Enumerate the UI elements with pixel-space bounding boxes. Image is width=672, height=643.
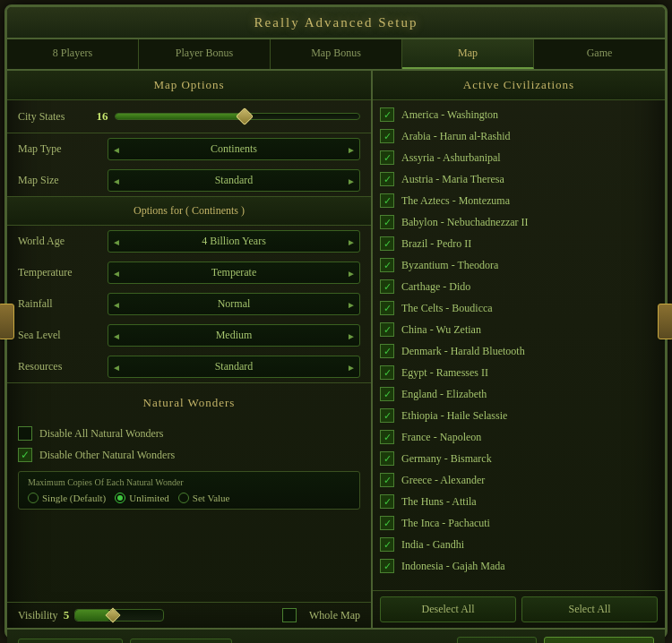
tab-game[interactable]: Game <box>534 39 665 69</box>
civ-item[interactable]: Denmark - Harald Bluetooth <box>373 340 665 362</box>
civ-checkbox[interactable] <box>380 430 394 444</box>
civ-item[interactable]: England - Elizabeth <box>373 383 665 405</box>
unlimited-radio-option[interactable]: Unlimited <box>115 493 169 503</box>
civ-name: Ethiopia - Haile Selassie <box>401 409 507 423</box>
tab-player-bonus[interactable]: Player Bonus <box>139 39 271 69</box>
civ-name: France - Napoleon <box>401 431 481 444</box>
civ-checkbox[interactable] <box>380 344 394 358</box>
civ-name: Germany - Bismarck <box>401 452 492 466</box>
back-button[interactable]: Back <box>457 637 537 643</box>
visibility-label: Visibility <box>18 609 58 622</box>
visibility-slider[interactable] <box>74 609 164 622</box>
civ-checkbox[interactable] <box>380 365 394 380</box>
civ-checkbox[interactable] <box>380 322 394 337</box>
civ-checkbox[interactable] <box>380 107 394 122</box>
select-all-button[interactable]: Select All <box>521 596 658 622</box>
civ-item[interactable]: Egypt - Ramesses II <box>373 362 665 383</box>
tab-bar: 8 Players Player Bonus Map Bonus Map Gam… <box>7 39 665 71</box>
map-size-value[interactable]: Standard <box>108 169 360 192</box>
civ-checkbox[interactable] <box>380 387 394 401</box>
tab-map[interactable]: Map <box>402 39 534 69</box>
bottom-bar: Reset ALL Panels Reset This Panel Back S… <box>7 628 665 643</box>
civ-item[interactable]: Brazil - Pedro II <box>373 233 665 254</box>
world-age-value[interactable]: 4 Billion Years <box>108 230 360 253</box>
civ-checkbox[interactable] <box>380 537 394 552</box>
single-label: Single (Default) <box>42 493 106 503</box>
civ-checkbox[interactable] <box>380 451 394 466</box>
unlimited-radio-btn[interactable] <box>115 493 125 503</box>
reset-this-button[interactable]: Reset This Panel <box>130 639 232 643</box>
resources-value[interactable]: Standard <box>108 356 360 378</box>
whole-map-label: Whole Map <box>309 609 360 622</box>
civ-item[interactable]: Ethiopia - Haile Selassie <box>373 405 665 426</box>
disable-other-checkbox[interactable] <box>18 448 32 462</box>
civ-item[interactable]: China - Wu Zetian <box>373 319 665 340</box>
civ-checkbox[interactable] <box>380 473 394 487</box>
civ-item[interactable]: The Aztecs - Montezuma <box>373 190 665 211</box>
map-type-value[interactable]: Continents <box>108 138 360 160</box>
civ-checkbox[interactable] <box>380 279 394 294</box>
civ-item[interactable]: Byzantium - Theodora <box>373 254 665 276</box>
whole-map-checkbox[interactable] <box>282 608 297 622</box>
civ-name: Brazil - Pedro II <box>401 237 471 251</box>
civ-checkbox[interactable] <box>380 215 394 229</box>
city-states-slider[interactable] <box>115 108 360 124</box>
civ-checkbox[interactable] <box>380 236 394 251</box>
civ-item[interactable]: The Huns - Attila <box>373 491 665 512</box>
tab-map-bonus[interactable]: Map Bonus <box>271 39 402 69</box>
unlimited-label: Unlimited <box>129 493 169 503</box>
civ-item[interactable]: The Inca - Pachacuti <box>373 512 665 534</box>
disable-all-wonders-option[interactable]: Disable All Natural Wonders <box>18 423 360 444</box>
copies-options: Single (Default) Unlimited Set Value <box>28 493 350 503</box>
civ-item[interactable]: The Celts - Boudicca <box>373 297 665 319</box>
civ-item[interactable]: America - Washington <box>373 104 665 125</box>
civ-item[interactable]: India - Gandhi <box>373 534 665 555</box>
disable-all-label: Disable All Natural Wonders <box>39 427 163 441</box>
disable-other-wonders-option[interactable]: Disable Other Natural Wonders <box>18 444 360 466</box>
window-title: Really Advanced Setup <box>254 15 418 30</box>
civ-item[interactable]: Assyria - Ashurbanipal <box>373 147 665 168</box>
civ-name: Austria - Maria Theresa <box>401 173 504 186</box>
set-value-radio-option[interactable]: Set Value <box>178 493 230 503</box>
whole-map-option[interactable]: Whole Map <box>282 608 360 622</box>
set-value-radio-btn[interactable] <box>178 493 189 503</box>
single-radio-btn[interactable] <box>28 493 39 503</box>
civ-item[interactable]: Germany - Bismarck <box>373 448 665 469</box>
temperature-value[interactable]: Temperate <box>108 261 360 284</box>
civ-checkbox[interactable] <box>380 494 394 509</box>
civ-item[interactable]: Arabia - Harun al-Rashid <box>373 125 665 147</box>
civ-item[interactable]: Carthage - Dido <box>373 276 665 297</box>
civ-name: The Huns - Attila <box>401 495 477 509</box>
civ-checkbox[interactable] <box>380 172 394 186</box>
civ-item[interactable]: Indonesia - Gajah Mada <box>373 555 665 577</box>
deselect-all-button[interactable]: Deselect All <box>380 596 516 622</box>
map-type-label: Map Type <box>18 142 108 156</box>
civ-checkbox[interactable] <box>380 258 394 272</box>
civ-item[interactable]: France - Napoleon <box>373 426 665 448</box>
set-value-label: Set Value <box>193 493 230 503</box>
sea-level-value[interactable]: Medium <box>108 324 360 347</box>
civ-checkbox[interactable] <box>380 150 394 165</box>
civ-checkbox[interactable] <box>380 516 394 530</box>
civ-checkbox[interactable] <box>380 559 394 573</box>
single-radio-option[interactable]: Single (Default) <box>28 493 106 503</box>
rainfall-value[interactable]: Normal <box>108 293 360 315</box>
civ-list: America - WashingtonArabia - Harun al-Ra… <box>373 100 665 590</box>
visibility-row: Visibility 5 Whole Map <box>7 602 371 628</box>
civ-item[interactable]: Austria - Maria Theresa <box>373 168 665 190</box>
civ-name: Byzantium - Theodora <box>401 259 498 272</box>
civ-item[interactable]: Greece - Alexander <box>373 469 665 491</box>
civ-name: The Inca - Pachacuti <box>401 517 490 530</box>
civ-item[interactable]: Babylon - Nebuchadnezzar II <box>373 211 665 233</box>
civ-checkbox[interactable] <box>380 129 394 143</box>
disable-all-checkbox[interactable] <box>18 426 32 441</box>
civ-name: Egypt - Ramesses II <box>401 366 488 380</box>
civ-name: Denmark - Harald Bluetooth <box>401 345 525 358</box>
start-game-button[interactable]: Start Game <box>544 637 654 643</box>
civ-checkbox[interactable] <box>380 301 394 315</box>
tab-players[interactable]: 8 Players <box>7 39 139 69</box>
reset-all-button[interactable]: Reset ALL Panels <box>18 639 123 643</box>
content-area: Map Options City States 16 Map Type <box>7 71 665 628</box>
civ-checkbox[interactable] <box>380 408 394 423</box>
civ-checkbox[interactable] <box>380 193 394 208</box>
